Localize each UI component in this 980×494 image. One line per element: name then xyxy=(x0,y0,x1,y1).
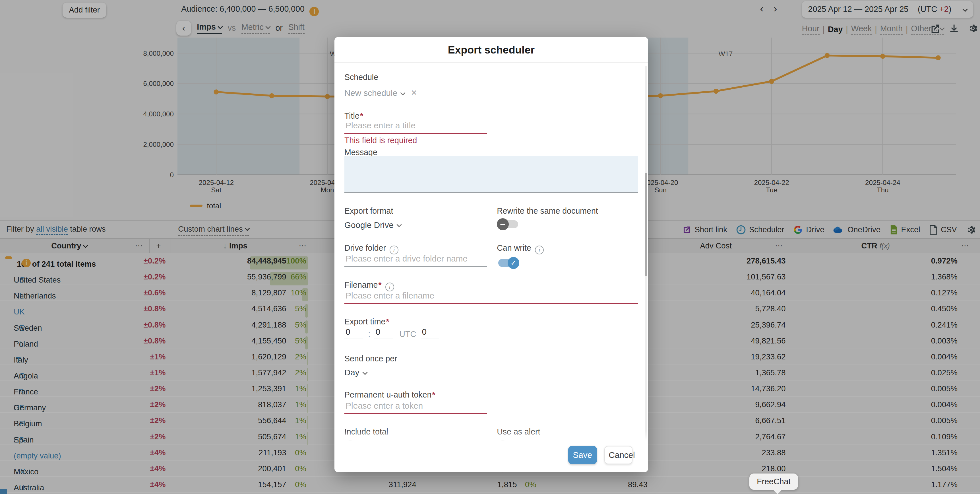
toggle-on-knob: ✓ xyxy=(508,257,520,269)
token-input[interactable] xyxy=(344,401,487,414)
modal-title: Export scheduler xyxy=(334,37,648,62)
token-label: Permanent u-auth token* xyxy=(344,390,435,400)
export-hour-input[interactable] xyxy=(344,327,363,339)
cancel-button[interactable]: Cancel xyxy=(605,446,633,464)
drive-folder-input[interactable] xyxy=(344,254,487,267)
modal-footer: Save Cancel xyxy=(334,441,648,472)
export-time-label: Export time* xyxy=(344,317,389,327)
export-format-label: Export format xyxy=(344,206,393,216)
drive-folder-label: Drive folderi xyxy=(344,243,398,254)
time-colon: : xyxy=(368,330,370,339)
schedule-label: Schedule xyxy=(344,73,378,82)
info-icon[interactable]: i xyxy=(535,245,544,254)
save-button[interactable]: Save xyxy=(568,446,597,464)
send-once-label: Send once per xyxy=(344,354,397,363)
can-write-toggle[interactable]: ✓ xyxy=(498,259,518,267)
export-format-select[interactable]: Google Drive xyxy=(344,220,401,230)
export-utc-input[interactable] xyxy=(421,327,439,339)
chevron-down-icon xyxy=(362,370,368,375)
toggle-off-knob xyxy=(497,218,509,230)
send-once-select[interactable]: Day xyxy=(344,368,367,377)
freechat-badge[interactable]: FreeChat xyxy=(749,473,798,490)
schedule-select[interactable]: New schedule× xyxy=(344,87,417,98)
rewrite-label: Rewrite the same document xyxy=(497,206,598,216)
chevron-down-icon xyxy=(396,222,402,227)
message-label: Message xyxy=(344,148,377,157)
info-icon[interactable]: i xyxy=(390,245,398,254)
message-textarea[interactable] xyxy=(344,156,638,192)
export-minute-input[interactable] xyxy=(374,327,393,339)
filename-input[interactable] xyxy=(344,291,638,304)
info-icon[interactable]: i xyxy=(385,282,394,292)
analytics-app: Add filter Audience: 6,400,000 — 6,500,0… xyxy=(0,0,980,494)
modal-scrollbar-thumb[interactable] xyxy=(645,173,647,277)
title-error-text: This field is required xyxy=(344,136,417,145)
utc-label: UTC xyxy=(399,330,416,339)
export-scheduler-modal: Export scheduler Schedule New schedule× … xyxy=(334,37,648,472)
clear-schedule-icon[interactable]: × xyxy=(411,87,417,98)
chevron-down-icon xyxy=(401,90,406,96)
title-input[interactable] xyxy=(344,121,487,134)
title-label: Title* xyxy=(344,111,363,121)
can-write-label: Can writei xyxy=(497,243,544,254)
rewrite-toggle[interactable] xyxy=(498,220,518,228)
filename-label: Filename*i xyxy=(344,280,394,292)
